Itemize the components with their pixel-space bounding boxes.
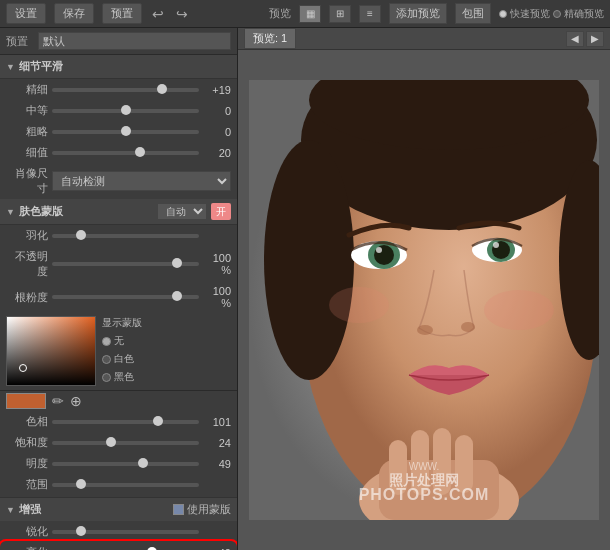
- saturation-value: 24: [203, 437, 231, 449]
- root-label: 根粉度: [6, 290, 48, 305]
- skin-header-right: 自动 开: [157, 203, 231, 220]
- sharpen-track[interactable]: [52, 530, 199, 534]
- color-side: 显示蒙版 无 白色 黑色: [102, 316, 142, 386]
- range-slider-row: 范围: [0, 474, 237, 495]
- opacity-track[interactable]: [52, 262, 199, 266]
- svg-point-19: [417, 325, 433, 335]
- view-split-btn[interactable]: ⊞: [329, 5, 351, 23]
- svg-text:PHOTOPS.COM: PHOTOPS.COM: [359, 486, 490, 503]
- portrait-size-select[interactable]: 自动检测: [52, 171, 231, 191]
- coarse-track[interactable]: [52, 130, 199, 134]
- saturation-track[interactable]: [52, 441, 199, 445]
- brightness-label: 明度: [6, 456, 48, 471]
- color-dot[interactable]: [19, 364, 27, 372]
- coarse-value: 0: [203, 126, 231, 138]
- fine-label: 精细: [6, 82, 48, 97]
- prev-nav-btn[interactable]: ◀: [566, 31, 584, 47]
- quick-preview-radio[interactable]: [499, 10, 507, 18]
- preset-label: 预置: [6, 34, 34, 49]
- medium-track[interactable]: [52, 109, 199, 113]
- root-track[interactable]: [52, 295, 199, 299]
- feather-track[interactable]: [52, 234, 199, 238]
- brightness-track[interactable]: [52, 462, 199, 466]
- display-white-row: 白色: [102, 352, 142, 366]
- sharpen-thumb[interactable]: [76, 526, 86, 536]
- quick-preview-label: 快速预览: [510, 7, 550, 21]
- svg-point-21: [484, 290, 554, 330]
- hue-track[interactable]: [52, 420, 199, 424]
- display-black-label: 黑色: [114, 370, 134, 384]
- color-gradient-box[interactable]: [6, 316, 96, 386]
- display-white-radio[interactable]: [102, 355, 111, 364]
- view-single-btn[interactable]: ▦: [299, 5, 321, 23]
- hue-slider-row: 色相 101: [0, 411, 237, 432]
- range-thumb[interactable]: [76, 479, 86, 489]
- preset-select[interactable]: 默认: [38, 32, 231, 50]
- redo-button[interactable]: ↪: [174, 6, 190, 22]
- coarse-thumb[interactable]: [121, 126, 131, 136]
- hue-thumb[interactable]: [153, 416, 163, 426]
- increase-header[interactable]: ▼ 增强 使用蒙版: [0, 498, 237, 521]
- range-track[interactable]: [52, 483, 199, 487]
- fine-track[interactable]: [52, 88, 199, 92]
- root-slider-row: 根粉度 100 %: [0, 282, 237, 312]
- root-value: 100 %: [203, 285, 231, 309]
- feather-thumb[interactable]: [76, 230, 86, 240]
- collapse-triangle: ▼: [6, 62, 15, 72]
- display-label: 显示蒙版: [102, 316, 142, 330]
- image-area: WWW. 照片处理网 PHOTOPS.COM: [238, 50, 610, 550]
- preview-tab-1[interactable]: 预览: 1: [244, 28, 296, 49]
- root-thumb[interactable]: [172, 291, 182, 301]
- coarse-label: 粗略: [6, 124, 48, 139]
- increase-title: 增强: [19, 502, 41, 517]
- display-none-label: 无: [114, 334, 124, 348]
- display-none-radio[interactable]: [102, 337, 111, 346]
- settings-button[interactable]: 设置: [6, 3, 46, 24]
- detail-value: 20: [203, 147, 231, 159]
- preview-image: WWW. 照片处理网 PHOTOPS.COM: [249, 80, 599, 520]
- detail-smoothing-header[interactable]: ▼ 细节平滑: [0, 55, 237, 79]
- svg-point-8: [264, 140, 354, 380]
- preset-button[interactable]: 预置: [102, 3, 142, 24]
- color-swatch[interactable]: [6, 393, 46, 409]
- save-button[interactable]: 保存: [54, 3, 94, 24]
- add-preview-button[interactable]: 添加预览: [389, 3, 447, 24]
- svg-point-20: [461, 322, 475, 332]
- main-layout: 预置 默认 ▼ 细节平滑 精细 +19 中等 0 粗: [0, 28, 610, 550]
- accurate-preview-radio[interactable]: [553, 10, 561, 18]
- brighten-slider-row: 亮化 40: [0, 542, 237, 550]
- use-mask-label: 使用蒙版: [173, 502, 231, 517]
- medium-thumb[interactable]: [121, 105, 131, 115]
- opacity-thumb[interactable]: [172, 258, 182, 268]
- detail-track[interactable]: [52, 151, 199, 155]
- brightness-value: 49: [203, 458, 231, 470]
- display-black-radio[interactable]: [102, 373, 111, 382]
- opacity-label: 不透明度: [6, 249, 48, 279]
- detail-thumb[interactable]: [135, 147, 145, 157]
- pipette-button[interactable]: ⊕: [70, 393, 82, 409]
- saturation-thumb[interactable]: [106, 437, 116, 447]
- use-mask-checkbox[interactable]: [173, 504, 184, 515]
- undo-button[interactable]: ↩: [150, 6, 166, 22]
- hue-value: 101: [203, 416, 231, 428]
- brightness-slider-row: 明度 49: [0, 453, 237, 474]
- svg-point-18: [493, 242, 499, 248]
- range-label: 范围: [6, 477, 48, 492]
- brightness-thumb[interactable]: [138, 458, 148, 468]
- next-nav-btn[interactable]: ▶: [586, 31, 604, 47]
- display-none-row: 无: [102, 334, 142, 348]
- brighten-thumb[interactable]: [147, 547, 157, 551]
- eyedropper-button[interactable]: ✏: [52, 393, 64, 409]
- fine-thumb[interactable]: [157, 84, 167, 94]
- medium-slider-row: 中等 0: [0, 100, 237, 121]
- include-button[interactable]: 包围: [455, 3, 491, 24]
- saturation-label: 饱和度: [6, 435, 48, 450]
- skin-auto-select[interactable]: 自动: [157, 203, 207, 220]
- skin-header: ▼ 肤色蒙版 自动 开: [0, 199, 237, 225]
- skin-triangle: ▼: [6, 207, 15, 217]
- view-compare-btn[interactable]: ≡: [359, 5, 381, 23]
- brighten-value: 40: [203, 547, 231, 551]
- skin-open-button[interactable]: 开: [211, 203, 231, 220]
- use-mask-text: 使用蒙版: [187, 502, 231, 517]
- top-toolbar: 设置 保存 预置 ↩ ↪ 预览 ▦ ⊞ ≡ 添加预览 包围 快速预览 精确预览: [0, 0, 610, 28]
